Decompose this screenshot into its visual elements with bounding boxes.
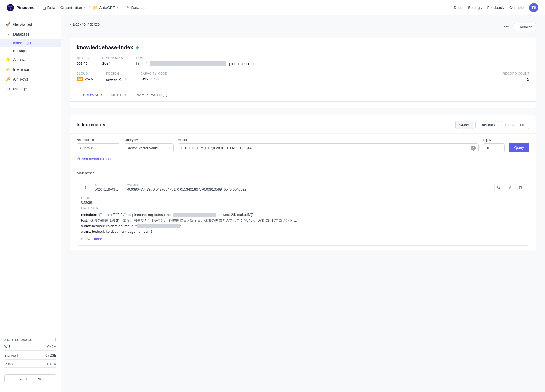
content-area: ‹ Back to indexes ••• Connect knowledgeb…: [61, 15, 545, 257]
edit-icon: [508, 186, 511, 189]
back-to-indexes-link[interactable]: ‹ Back to indexes: [70, 22, 100, 27]
starter-usage-header: STARTER USAGE ℹ: [4, 338, 56, 342]
result-rank: 1: [81, 183, 90, 192]
svg-point-0: [7, 4, 14, 11]
capacity-block: CAPACITY MODE Serverless: [141, 72, 168, 81]
metric-block: METRIC cosine: [77, 56, 89, 65]
query-by-select-wrap: dense vector value ▾: [125, 143, 174, 152]
metadata-line-4: x-amz-bedrock-kb-document-page-number: 1: [81, 229, 525, 235]
gear-icon: ⚙: [5, 87, 10, 91]
show-more-link[interactable]: Show 1 more: [81, 237, 102, 241]
upgrade-button[interactable]: Upgrade now: [4, 374, 56, 383]
tab-metrics[interactable]: METRICS: [107, 89, 132, 101]
avatar[interactable]: TS: [529, 3, 538, 12]
sidebar-item-indexes[interactable]: Indexes (1): [0, 39, 61, 47]
topk-input[interactable]: [483, 143, 505, 152]
connect-button[interactable]: Connect: [514, 23, 536, 31]
tab-browser[interactable]: BROWSER: [79, 89, 107, 101]
namespace-field-group: Namespace: [77, 138, 120, 152]
cloud-block: CLOUD aws AWS: [77, 72, 93, 81]
metadata-line-3: x-amz-bedrock-kb-data-source-id: " ": [81, 223, 525, 229]
sidebar-item-get-started[interactable]: 🚀 Get started: [0, 20, 61, 29]
svg-point-7: [497, 186, 499, 188]
topk-label: Top K: [483, 138, 505, 142]
query-by-select[interactable]: dense vector value: [125, 143, 174, 152]
usage-row-rus: RUs ℹ 0 / 1M: [4, 362, 56, 368]
region-block: REGION us-east-1 ⎘: [106, 72, 127, 82]
add-metadata-filter[interactable]: ⊕ Add metadata filter: [77, 156, 529, 161]
host-block: HOST https:// .pinecone.io ⎘: [136, 56, 254, 66]
tab-namespaces[interactable]: NAMESPACES (1): [132, 89, 172, 101]
sidebar-item-inference[interactable]: ⚡ Inference: [0, 65, 61, 74]
delete-result-button[interactable]: [516, 183, 525, 192]
sidebar-item-assistant[interactable]: ✨ Assistant: [0, 55, 61, 65]
metadata-section: METADATA metadata: "{\"source\":\"s3://t…: [77, 207, 529, 245]
add-record-button[interactable]: Add a record: [501, 121, 529, 129]
sidebar-item-api-keys[interactable]: 🔑 API keys: [0, 74, 61, 84]
settings-link[interactable]: Settings: [468, 5, 482, 10]
info-icon: ℹ: [12, 363, 13, 366]
result-card-header: 1 ID 54207119-43... VALUES -0.0390477479…: [77, 179, 529, 196]
top-nav: Pinecone / ▦ Default Organization ▾ / 📁 …: [0, 0, 545, 15]
get-help-link[interactable]: Get help: [509, 5, 524, 10]
sidebar-item-manage[interactable]: ⚙ Manage: [0, 84, 61, 94]
copy-region-button[interactable]: ⎘: [124, 77, 128, 82]
feedback-link[interactable]: Feedback: [487, 5, 504, 10]
more-options-button[interactable]: •••: [502, 23, 511, 31]
logo-icon: [7, 4, 14, 11]
rocket-icon: 🚀: [5, 22, 10, 27]
search-result-button[interactable]: [494, 183, 503, 192]
breadcrumb-database[interactable]: 🗄 Database: [126, 5, 148, 10]
record-count-block: RECORD COUNT 5: [503, 72, 529, 82]
result-card: 1 ID 54207119-43... VALUES -0.0390477479…: [77, 179, 529, 246]
query-by-field-group: Query by dense vector value ▾: [125, 138, 174, 152]
breadcrumb-org[interactable]: ▦ Default Organization ▾: [42, 5, 86, 10]
main-content: ‹ Back to indexes ••• Connect knowledgeb…: [61, 15, 545, 392]
metadata-line-2: text: "休暇の種類（結 婚、出産、弔事など）を選択し、休暇開始日と終了日、…: [81, 218, 525, 223]
metadata-line-1: metadata: "{\"source\":\"s3://test-pinec…: [81, 212, 525, 218]
list-fetch-button[interactable]: List/Fetch: [475, 121, 499, 129]
info-icon: ℹ: [13, 345, 14, 349]
chevron-down-icon: ▾: [117, 6, 118, 10]
result-meta: ID 54207119-43... VALUES -0.0390477479, …: [94, 183, 490, 193]
starter-usage-title: STARTER USAGE: [4, 338, 32, 341]
breadcrumb-autogpt[interactable]: 📁 AutoGPT ▾: [93, 5, 118, 10]
grid-icon: ▦: [42, 5, 46, 10]
info-icon: ℹ: [17, 354, 18, 357]
nav-right: Docs Settings Feedback Get help TS: [454, 3, 538, 12]
clear-vector-button[interactable]: ✕: [471, 146, 476, 151]
inference-icon: ⚡: [5, 67, 10, 72]
vector-label: Vector: [178, 138, 479, 142]
aws-icon: aws: [77, 77, 83, 81]
run-query-button[interactable]: Query: [509, 143, 529, 152]
folder-icon: 📁: [93, 5, 98, 10]
vector-input[interactable]: [178, 143, 479, 152]
namespace-input[interactable]: [77, 143, 120, 152]
metadata-blurred-1: [173, 213, 216, 217]
assistant-icon: ✨: [5, 57, 10, 62]
sidebar-footer: STARTER USAGE ℹ WUs ℹ 0 / 2M Storage ℹ 0…: [0, 333, 61, 388]
topk-field-group: Top K: [483, 138, 505, 152]
query-button[interactable]: Query: [455, 121, 473, 129]
sidebar-item-backups[interactable]: Backups: [0, 47, 61, 55]
logo[interactable]: Pinecone: [7, 4, 35, 11]
records-title: Index records: [77, 122, 105, 127]
sidebar-item-database[interactable]: 🗄 Database: [0, 29, 61, 39]
records-actions: Query List/Fetch Add a record: [455, 121, 529, 129]
database-icon: 🗄: [126, 5, 130, 10]
chevron-down-icon: ▾: [84, 6, 85, 10]
records-header: Index records Query List/Fetch Add a rec…: [70, 115, 536, 133]
edit-result-button[interactable]: [505, 183, 514, 192]
records-section: Index records Query List/Fetch Add a rec…: [70, 115, 536, 250]
aws-badge: aws AWS: [77, 77, 93, 81]
nav-left: Pinecone / ▦ Default Organization ▾ / 📁 …: [7, 4, 148, 11]
query-form: Namespace Query by dense vector value ▾: [70, 133, 536, 167]
database-sidebar-icon: 🗄: [5, 32, 10, 36]
svg-rect-9: [519, 187, 522, 189]
chevron-left-icon: ‹: [70, 22, 71, 27]
layout: 🚀 Get started 🗄 Database Indexes (1) Bac…: [0, 15, 545, 392]
sidebar: 🚀 Get started 🗄 Database Indexes (1) Bac…: [0, 15, 61, 392]
tabs-bar: BROWSER METRICS NAMESPACES (1): [70, 89, 536, 102]
docs-link[interactable]: Docs: [454, 5, 462, 10]
copy-host-button[interactable]: ⎘: [251, 61, 254, 66]
